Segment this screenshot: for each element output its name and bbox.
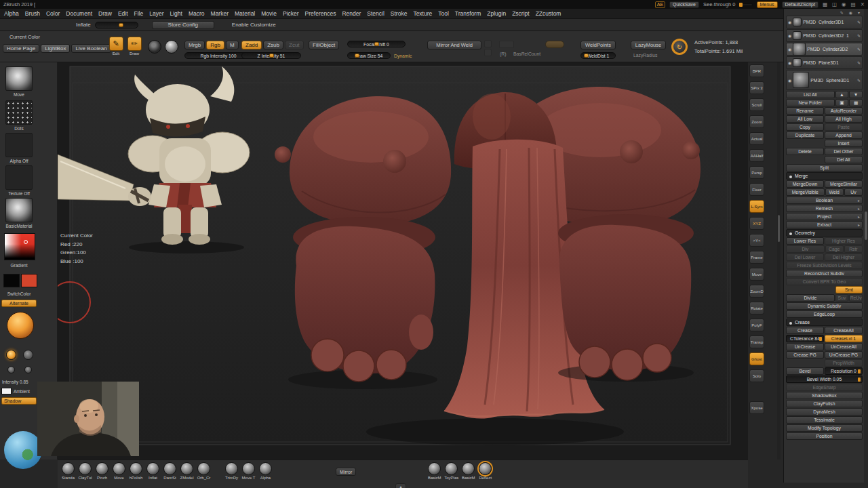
rgb-button[interactable]: Rgb: [206, 41, 224, 49]
tool-button[interactable]: Higher Res: [825, 237, 863, 245]
brush-slot[interactable]: Move: [111, 462, 127, 480]
sculpt-canvas[interactable]: Current Color Red :220 Green:100 Blue :1…: [58, 62, 748, 460]
tool-button[interactable]: Rename: [786, 107, 824, 115]
weld-points-button[interactable]: WeldPoints: [580, 41, 616, 49]
menu-item[interactable]: File: [134, 10, 144, 17]
color-picker[interactable]: [4, 233, 35, 260]
viewport-icon-button[interactable]: Persp: [749, 166, 764, 179]
tool-button[interactable]: Bevel: [786, 367, 824, 375]
light-option-icon[interactable]: [7, 366, 15, 373]
menu-item[interactable]: Color: [46, 10, 60, 17]
brush-slot[interactable]: Move T: [241, 462, 256, 480]
mirror-button[interactable]: Mirror: [336, 468, 356, 476]
main-color-swatch[interactable]: [3, 274, 20, 287]
menu-item[interactable]: Picker: [283, 10, 299, 17]
lightbox-button[interactable]: LightBox: [41, 44, 70, 53]
subtool-row[interactable]: ◉ PM3D_Plane3D1 ✎: [786, 56, 863, 69]
subtool-row[interactable]: ◉ PM3D_Sphere3D1 ✎: [786, 70, 863, 90]
tool-button[interactable]: Remesh: [786, 205, 863, 212]
see-through-slider[interactable]: See-through 0: [703, 1, 753, 7]
tool-button[interactable]: Freeze SubDivision Levels: [786, 262, 863, 269]
alternate-button[interactable]: Alternate: [1, 300, 37, 307]
tool-button[interactable]: EdgeSharp: [786, 384, 863, 391]
menu-item[interactable]: Stencil: [367, 10, 384, 17]
tool-button[interactable]: Div: [786, 245, 825, 253]
viewport-icon-button[interactable]: Move: [749, 268, 764, 281]
brush-thumbnail[interactable]: [5, 66, 33, 91]
ae-icon[interactable]: AE: [655, 1, 665, 8]
tool-button[interactable]: ClayPolish: [786, 400, 863, 407]
tool-button[interactable]: Uv: [844, 188, 863, 196]
tool-button[interactable]: MergeVisible: [786, 188, 825, 196]
canvas-scrollbar[interactable]: [777, 62, 781, 460]
viewport-icon-button[interactable]: Scroll: [749, 98, 764, 111]
subtool-row[interactable]: ◉ PM3D_Cylinder3D2_1 ✎: [786, 29, 863, 42]
store-config-button[interactable]: Store Config: [152, 21, 214, 29]
menu-item[interactable]: Draw: [98, 10, 112, 17]
tool-button[interactable]: UnCreaseAll: [825, 343, 863, 350]
quicksave-button[interactable]: QuickSave: [669, 1, 699, 8]
z-intensity-slider[interactable]: Z Intensity 51: [241, 52, 301, 59]
viewport-icon-button[interactable]: SPix 3: [749, 81, 764, 94]
menu-item[interactable]: Macro: [189, 10, 205, 17]
menu-item[interactable]: Stroke: [391, 10, 408, 17]
menu-item[interactable]: Tool: [438, 10, 449, 17]
menu-arrow-icon[interactable]: ▾: [858, 10, 860, 15]
ambient-swatch[interactable]: [1, 388, 12, 394]
tool-button[interactable]: Suv: [835, 294, 849, 302]
lazy-mouse-button[interactable]: LazyMouse: [631, 41, 666, 49]
mrgb-button[interactable]: Mrgb: [184, 41, 205, 49]
viewport-icon-button[interactable]: Frame: [749, 251, 764, 264]
tool-button[interactable]: All High: [825, 115, 863, 123]
tool-button[interactable]: List All: [786, 91, 835, 98]
tool-button[interactable]: Cage: [825, 245, 844, 253]
tool-button[interactable]: Crease: [786, 327, 824, 334]
edit-toggle[interactable]: ✎ Edit: [108, 37, 124, 56]
tool-button[interactable]: Del Higher: [825, 253, 863, 261]
tool-button[interactable]: Convert BPR To Geo: [786, 278, 863, 285]
switch-color-label[interactable]: SwitchColor: [0, 291, 38, 296]
tool-button[interactable]: Bevel Width 0.05: [786, 375, 863, 383]
tool-button[interactable]: CTolerance 84: [786, 335, 824, 342]
m-button[interactable]: M: [226, 41, 239, 49]
menu-item[interactable]: Marker: [211, 10, 229, 17]
viewport-icon-button[interactable]: Xpose: [749, 401, 764, 414]
zadd-button[interactable]: Zadd: [241, 41, 262, 49]
default-zscript-button[interactable]: DefaultZScript: [782, 1, 818, 8]
polypaint-brush-icon[interactable]: ✎: [857, 78, 861, 83]
menus-toggle[interactable]: Menus: [757, 1, 778, 8]
menu-item[interactable]: Preferences: [305, 10, 336, 17]
brush-slot[interactable]: hPolish: [128, 462, 144, 480]
tool-button[interactable]: ShadowBox: [786, 392, 863, 399]
zsub-button[interactable]: Zsub: [263, 41, 283, 49]
tool-button[interactable]: Resolution 0: [825, 367, 863, 375]
tool-button[interactable]: Weld: [825, 188, 844, 196]
brush-slot[interactable]: Standa: [60, 462, 76, 480]
tool-button[interactable]: Lower Res: [786, 237, 824, 245]
viewport-icon-button[interactable]: PolyF: [749, 319, 764, 331]
tool-button[interactable]: Del Other: [825, 148, 863, 155]
brush-slot[interactable]: Pinch: [94, 462, 110, 480]
tool-button[interactable]: Copy: [786, 123, 824, 131]
stroke-thumbnail[interactable]: [5, 100, 33, 125]
tool-button[interactable]: Merge: [786, 172, 863, 180]
tool-button[interactable]: CreaseAll: [825, 327, 863, 334]
tool-button[interactable]: Crease: [786, 319, 863, 326]
tool-button[interactable]: Divide: [786, 294, 835, 302]
light-option-icon[interactable]: [24, 366, 32, 373]
tool-button[interactable]: CreaseLvl 1: [825, 335, 863, 342]
tool-button[interactable]: UnCrease PG: [825, 351, 863, 359]
brush-slot[interactable]: ZModel: [179, 462, 195, 480]
tool-button[interactable]: UnCrease: [786, 343, 824, 350]
focal-shift-slider[interactable]: Focal Shift 0: [347, 41, 406, 47]
menu-item[interactable]: Document: [66, 10, 92, 17]
tool-button[interactable]: Position: [786, 432, 863, 440]
tool-button[interactable]: Smt: [835, 286, 863, 293]
menu-item[interactable]: Light: [170, 10, 182, 17]
visibility-eye-icon[interactable]: ◉: [788, 60, 791, 65]
polypaint-brush-icon[interactable]: ✎: [857, 47, 861, 52]
titlebar-icon[interactable]: ◉: [842, 1, 846, 7]
tool-button[interactable]: New Folder: [786, 99, 835, 106]
viewport-icon-button[interactable]: Solo: [749, 369, 764, 382]
draw-toggle[interactable]: ✏ Draw: [126, 37, 142, 56]
